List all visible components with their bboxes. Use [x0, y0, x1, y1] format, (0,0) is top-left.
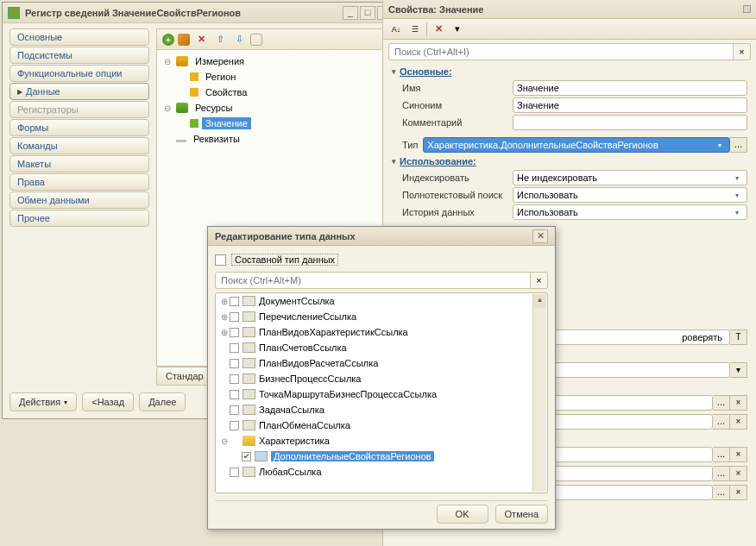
attributes-icon: [176, 140, 186, 142]
type-item[interactable]: БизнесПроцессСсылка: [259, 373, 361, 384]
collapse-icon[interactable]: ⊖: [219, 436, 230, 446]
back-button[interactable]: <Назад: [82, 392, 134, 411]
type-item[interactable]: ПланОбменаСсылка: [259, 420, 350, 430]
properties-toolbar: A↓ ☰ ✕ ▾: [383, 19, 756, 40]
prop-index-field[interactable]: Не индексировать▾: [513, 170, 747, 185]
clear-button[interactable]: ×: [730, 414, 747, 430]
type-tree[interactable]: ▲ ⊕ДокументСсылка ⊕ПеречислениеСсылка ⊕П…: [215, 292, 548, 493]
nav-func-options[interactable]: Функциональные опции: [9, 65, 149, 82]
ext-button[interactable]: …: [713, 485, 730, 500]
pin-icon[interactable]: [743, 5, 751, 13]
nav-forms[interactable]: Формы: [9, 119, 149, 136]
type-checkbox[interactable]: [230, 390, 239, 399]
type-checkbox-checked[interactable]: ✔: [242, 452, 251, 461]
move-down-icon[interactable]: ⇩: [231, 32, 247, 47]
section-nav: Основные Подсистемы Функциональные опции…: [9, 28, 149, 228]
ext-button[interactable]: ▾: [730, 362, 747, 378]
nav-subsystems[interactable]: Подсистемы: [9, 47, 149, 64]
clear-button[interactable]: ×: [730, 466, 747, 481]
type-edit-button[interactable]: …: [730, 137, 747, 153]
move-up-icon[interactable]: ⇧: [212, 32, 228, 47]
clear-search-icon[interactable]: ×: [734, 43, 751, 60]
nav-exchange[interactable]: Обмен данными: [9, 191, 149, 209]
type-checkbox[interactable]: [230, 312, 239, 322]
ext-button[interactable]: …: [713, 395, 730, 411]
clear-icon[interactable]: ✕: [431, 22, 446, 37]
dropdown-icon[interactable]: ▾: [450, 22, 465, 37]
type-item[interactable]: ПеречислениеСсылка: [259, 311, 356, 322]
ext-button[interactable]: …: [713, 447, 730, 462]
tree-item-region[interactable]: Регион: [162, 69, 385, 85]
prop-comment-field[interactable]: [513, 115, 747, 130]
type-checkbox[interactable]: [230, 468, 239, 477]
tab-standard[interactable]: Стандар: [156, 367, 213, 386]
section-main[interactable]: Основные:: [383, 64, 756, 79]
collapse-icon[interactable]: ⊖: [162, 104, 173, 113]
type-item[interactable]: ПланВидовРасчетаСсылка: [259, 358, 378, 368]
type-group-char[interactable]: Характеристика: [259, 436, 330, 446]
nav-main[interactable]: Основные: [9, 28, 149, 46]
type-item[interactable]: ПланВидовХарактеристикСсылка: [259, 327, 408, 337]
categories-icon[interactable]: ☰: [407, 22, 423, 37]
type-checkbox[interactable]: [230, 343, 239, 353]
nav-templates[interactable]: Макеты: [9, 155, 149, 173]
type-checkbox[interactable]: [230, 328, 239, 337]
ext-button[interactable]: …: [713, 466, 730, 481]
type-checkbox[interactable]: [230, 359, 239, 368]
type-item[interactable]: ЗадачаСсылка: [259, 405, 324, 415]
scrollbar[interactable]: ▲: [532, 294, 546, 492]
prop-type-field[interactable]: Характеристика.ДополнительныеСвойстваРег…: [423, 137, 730, 153]
type-checkbox[interactable]: [230, 374, 239, 384]
tree-attributes[interactable]: Реквизиты: [162, 131, 385, 147]
nav-rights[interactable]: Права: [9, 173, 149, 191]
expand-icon[interactable]: ⊕: [219, 297, 230, 306]
expand-icon[interactable]: ⊕: [219, 328, 230, 337]
composite-checkbox[interactable]: [215, 254, 226, 266]
type-item[interactable]: ДокументСсылка: [259, 296, 335, 306]
type-search-input[interactable]: [215, 272, 531, 289]
type-item[interactable]: ПланСчетовСсылка: [259, 342, 347, 353]
edit-icon[interactable]: [178, 34, 190, 46]
type-search-clear[interactable]: ×: [531, 272, 548, 289]
prop-history-field[interactable]: Использовать▾: [513, 204, 747, 220]
add-icon[interactable]: +: [162, 34, 174, 46]
prop-fts-field[interactable]: Использовать▾: [513, 187, 747, 203]
ext-button[interactable]: …: [713, 414, 730, 430]
delete-icon[interactable]: ✕: [193, 32, 209, 47]
type-checkbox[interactable]: [230, 297, 239, 306]
collapse-icon[interactable]: ⊖: [162, 57, 173, 66]
clear-button[interactable]: ×: [730, 447, 747, 462]
prop-synonym-field[interactable]: Значение: [513, 97, 747, 113]
resources-icon: [176, 103, 188, 113]
tree-dimensions[interactable]: ⊖ Измерения: [162, 53, 385, 69]
type-item[interactable]: ЛюбаяСсылка: [259, 467, 322, 477]
minimize-button[interactable]: _: [343, 6, 358, 20]
nav-registrators[interactable]: Регистраторы: [9, 101, 149, 118]
properties-icon[interactable]: [250, 34, 262, 46]
type-item[interactable]: ТочкаМаршрутаБизнесПроцессаСсылка: [259, 389, 437, 399]
clear-button[interactable]: ×: [730, 395, 747, 411]
tree-resources[interactable]: ⊖ Ресурсы: [162, 100, 385, 116]
nav-data[interactable]: Данные: [9, 83, 149, 100]
maximize-button[interactable]: □: [360, 6, 375, 20]
cancel-button[interactable]: Отмена: [495, 505, 548, 524]
section-usage[interactable]: Использование:: [383, 154, 756, 169]
clear-button[interactable]: ×: [730, 485, 747, 500]
nav-other[interactable]: Прочее: [9, 210, 149, 227]
sort-az-icon[interactable]: A↓: [388, 22, 404, 37]
expand-icon[interactable]: ⊕: [219, 312, 230, 322]
ok-button[interactable]: OK: [437, 505, 488, 524]
tree-item-props[interactable]: Свойства: [162, 85, 385, 100]
composite-type-row[interactable]: Составной тип данных: [215, 251, 548, 268]
type-item-selected[interactable]: ДополнительныеСвойстваРегионов: [271, 451, 434, 461]
prop-name-field[interactable]: Значение: [513, 80, 747, 96]
dialog-close-button[interactable]: ✕: [532, 229, 548, 243]
type-checkbox[interactable]: [230, 421, 239, 430]
nav-commands[interactable]: Команды: [9, 137, 149, 154]
next-button[interactable]: Далее: [139, 392, 186, 411]
actions-button[interactable]: Действия▾: [9, 392, 77, 411]
tree-item-value[interactable]: Значение: [162, 116, 385, 131]
property-search-input[interactable]: [388, 43, 734, 60]
ext-t-button[interactable]: T: [730, 329, 747, 345]
type-checkbox[interactable]: [230, 405, 239, 415]
